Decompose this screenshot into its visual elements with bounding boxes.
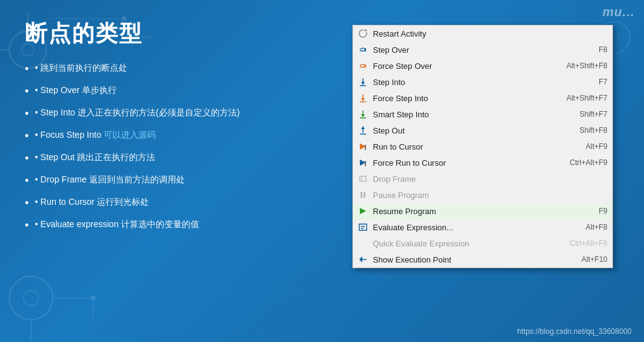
svg-marker-25: [361, 98, 365, 101]
context-menu: Restart Activity Step Over F8: [352, 25, 613, 268]
svg-marker-22: [361, 82, 365, 85]
bullet: •: [35, 128, 40, 142]
svg-marker-16: [364, 29, 367, 31]
bottom-link: https://blog.csdn.net/qq_33608000: [517, 327, 632, 336]
menu-item-resume-program[interactable]: Resume Program F9: [353, 203, 612, 219]
evaluate-icon: [357, 221, 369, 233]
bullet: •: [35, 84, 40, 97]
menu-shortcut: Alt+F8: [586, 223, 607, 232]
list-item: • Step Over 单步执行: [25, 84, 340, 100]
step-into-icon: [357, 76, 369, 88]
watermark: mu...: [602, 5, 635, 19]
menu-label: Pause Program: [373, 191, 595, 200]
svg-rect-39: [360, 192, 362, 198]
step-out-icon: [357, 124, 369, 137]
execution-point-icon: [357, 253, 369, 266]
menu-label: Force Step Into: [373, 94, 554, 103]
menu-item-restart-activity[interactable]: Restart Activity: [353, 25, 612, 42]
menu-shortcut: Alt+Shift+F7: [566, 94, 607, 102]
menu-item-step-into[interactable]: Step Into F7: [353, 74, 612, 90]
menu-label: Show Execution Point: [373, 255, 569, 264]
menu-item-force-run-to-cursor[interactable]: Force Run to Cursor Ctrl+Alt+F9: [353, 155, 612, 171]
svg-marker-31: [361, 126, 365, 129]
menu-shortcut: F9: [599, 207, 607, 215]
list-item: • Drop Frame 返回到当前方法的调用处: [25, 173, 340, 189]
bullet: •: [35, 106, 40, 119]
drop-frame-icon: [357, 173, 369, 185]
bullet: •: [35, 196, 40, 209]
bullet: •: [35, 61, 40, 74]
svg-rect-40: [364, 192, 365, 198]
right-panel: Restart Activity Step Over F8: [352, 19, 619, 330]
content-area: 断点的类型 • 跳到当前执行的断点处 • Step Over 单步执行 • St…: [0, 0, 644, 342]
menu-item-quick-evaluate[interactable]: Quick Evaluate Expression Ctrl+Alt+F8: [353, 235, 612, 251]
bullet: •: [35, 151, 40, 164]
list-text: Run to Cursor 运行到光标处: [40, 196, 149, 209]
list-item: • 跳到当前执行的断点处: [25, 61, 340, 78]
menu-label: Restart Activity: [373, 29, 595, 38]
list-item: • Step Into 进入正在执行的方法(必须是自定义的方法): [25, 106, 340, 122]
force-run-to-cursor-icon: [357, 156, 369, 169]
menu-shortcut: Ctrl+Alt+F8: [570, 239, 607, 248]
menu-shortcut: Alt+F10: [581, 255, 607, 264]
list-text: Step Into 进入正在执行的方法(必须是自定义的方法): [40, 106, 239, 119]
menu-item-drop-frame[interactable]: Drop Frame: [353, 171, 612, 187]
resume-icon: [357, 205, 369, 217]
svg-rect-37: [360, 176, 366, 181]
menu-label: Quick Evaluate Expression: [373, 239, 557, 248]
menu-shortcut: Ctrl+Alt+F9: [570, 158, 607, 167]
menu-label: Drop Frame: [373, 174, 595, 184]
menu-shortcut: Alt+Shift+F8: [566, 61, 607, 70]
menu-item-pause-program[interactable]: Pause Program: [353, 187, 612, 203]
menu-shortcut: Shift+F7: [579, 110, 607, 119]
step-over-icon: [357, 43, 369, 56]
svg-marker-28: [361, 114, 365, 117]
menu-label: Step Into: [373, 78, 586, 87]
menu-label: Step Over: [373, 45, 586, 55]
menu-label: Step Out: [373, 126, 567, 135]
menu-item-show-execution-point[interactable]: Show Execution Point Alt+F10: [353, 251, 612, 268]
bullet: •: [35, 173, 40, 186]
run-to-cursor-icon: [357, 140, 369, 153]
list-text: 跳到当前执行的断点处: [40, 61, 127, 74]
force-step-over-icon: [357, 60, 369, 72]
left-panel: 断点的类型 • 跳到当前执行的断点处 • Step Over 单步执行 • St…: [25, 19, 352, 330]
force-step-into-icon: [357, 92, 369, 104]
menu-item-step-out[interactable]: Step Out Shift+F8: [353, 122, 612, 138]
menu-item-step-over[interactable]: Step Over F8: [353, 42, 612, 58]
menu-item-evaluate-expression[interactable]: Evaluate Expression... Alt+F8: [353, 219, 612, 235]
menu-item-force-step-over[interactable]: Force Step Over Alt+Shift+F8: [353, 58, 612, 74]
list-text: Step Over 单步执行: [40, 84, 117, 97]
menu-item-smart-step-into[interactable]: Smart Step Into Shift+F7: [353, 106, 612, 122]
menu-label: Run to Cursor: [373, 142, 573, 151]
menu-item-force-step-into[interactable]: Force Step Into Alt+Shift+F7: [353, 90, 612, 106]
svg-marker-45: [359, 256, 362, 263]
menu-label: Force Run to Cursor: [373, 158, 557, 168]
bullet-list: • 跳到当前执行的断点处 • Step Over 单步执行 • Step Int…: [25, 61, 340, 234]
menu-label: Resume Program: [373, 207, 586, 216]
quick-evaluate-icon: [357, 237, 369, 250]
list-text: Focus Step Into 可以进入源码: [40, 128, 156, 142]
pause-icon: [357, 189, 369, 201]
menu-label: Smart Step Into: [373, 110, 567, 119]
menu-shortcut: Alt+F9: [586, 142, 607, 151]
bullet: •: [35, 218, 40, 231]
menu-label: Force Step Over: [373, 61, 554, 71]
svg-marker-41: [360, 208, 366, 214]
list-item: • Step Out 跳出正在执行的方法: [25, 151, 340, 167]
svg-rect-42: [359, 224, 367, 230]
smart-step-into-icon: [357, 108, 369, 120]
list-text: Step Out 跳出正在执行的方法: [40, 151, 155, 164]
menu-shortcut: Shift+F8: [579, 126, 607, 135]
list-text: Drop Frame 返回到当前方法的调用处: [40, 173, 185, 186]
list-text: Evaluate expression 计算选中的变量的值: [40, 218, 199, 231]
list-item: • Focus Step Into 可以进入源码: [25, 128, 340, 145]
page-title: 断点的类型: [25, 19, 340, 49]
menu-shortcut: F8: [599, 45, 607, 54]
list-item: • Evaluate expression 计算选中的变量的值: [25, 218, 340, 234]
menu-label: Evaluate Expression...: [373, 223, 573, 232]
menu-item-run-to-cursor[interactable]: Run to Cursor Alt+F9: [353, 138, 612, 155]
list-item: • Run to Cursor 运行到光标处: [25, 196, 340, 212]
highlight-text: 可以进入源码: [104, 130, 156, 140]
menu-shortcut: F7: [599, 78, 607, 86]
